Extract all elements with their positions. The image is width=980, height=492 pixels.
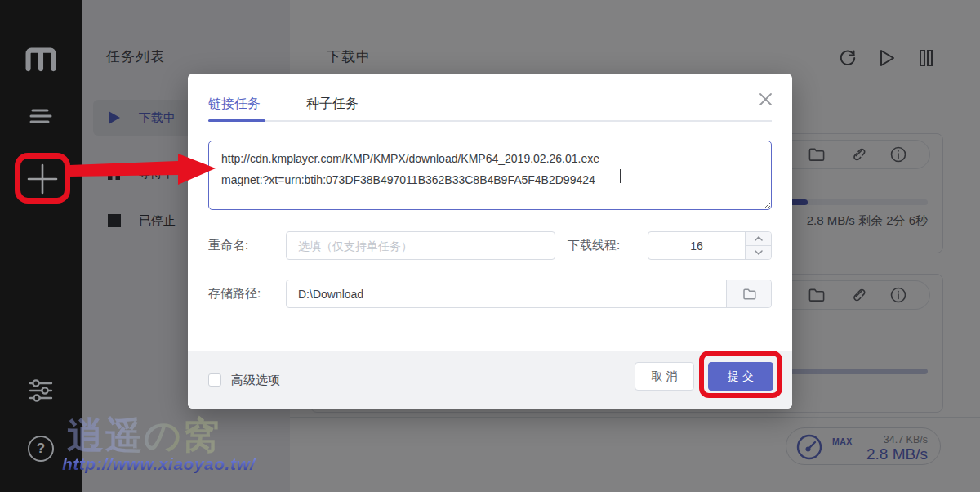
- cancel-button[interactable]: 取 消: [635, 362, 694, 391]
- download-links-textarea[interactable]: http://cdn.kmplayer.com/KMP/KMPX/downloa…: [208, 141, 772, 210]
- storage-path-input: [286, 280, 772, 308]
- threads-label: 下载线程:: [568, 238, 620, 253]
- threads-value-field[interactable]: [648, 232, 745, 259]
- spinner-up-button[interactable]: [746, 232, 771, 246]
- help-glyph: ?: [37, 441, 45, 457]
- tab-torrent-task[interactable]: 种子任务: [306, 96, 359, 113]
- rename-input[interactable]: [286, 231, 555, 260]
- dialog-footer: 高级选项 取 消 提 交: [188, 351, 792, 409]
- path-value-field[interactable]: [287, 280, 726, 307]
- motrix-logo: [23, 42, 59, 74]
- browse-folder-button[interactable]: [726, 280, 771, 307]
- task-list-icon[interactable]: [28, 105, 54, 127]
- path-label: 存储路径:: [208, 286, 261, 302]
- rename-label: 重命名:: [208, 238, 248, 253]
- number-spinner: [745, 232, 771, 259]
- settings-sliders-icon[interactable]: [26, 376, 56, 405]
- spinner-down-button[interactable]: [746, 246, 771, 260]
- sidebar: ?: [0, 0, 82, 492]
- advanced-options-label: 高级选项: [231, 373, 280, 388]
- threads-number-input: [648, 231, 772, 260]
- add-task-dialog: 链接任务 种子任务 http://cdn.kmplayer.com/KMP/KM…: [188, 74, 792, 409]
- help-icon[interactable]: ?: [27, 435, 55, 463]
- close-icon[interactable]: [758, 92, 773, 106]
- add-task-button[interactable]: [24, 161, 60, 197]
- tabs-divider: [208, 120, 772, 122]
- active-tab-indicator: [208, 119, 265, 122]
- advanced-options-checkbox[interactable]: [208, 373, 221, 387]
- submit-button[interactable]: 提 交: [708, 362, 773, 391]
- app-window: ? 任务列表 下载中 等待中 已停止 下载中: [0, 0, 980, 492]
- tab-link-task[interactable]: 链接任务: [208, 96, 261, 113]
